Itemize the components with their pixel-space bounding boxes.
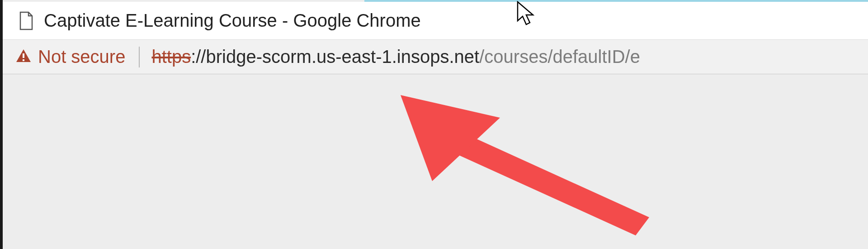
address-bar[interactable]: Not secure https://bridge-scorm.us-east-… bbox=[3, 40, 868, 74]
svg-rect-0 bbox=[23, 53, 24, 58]
warning-triangle-icon bbox=[15, 48, 32, 66]
address-divider bbox=[139, 47, 140, 67]
url-separator: :// bbox=[191, 47, 206, 67]
url-display[interactable]: https://bridge-scorm.us-east-1.insops.ne… bbox=[151, 47, 868, 67]
url-path: /courses/defaultID/e bbox=[479, 47, 640, 67]
svg-rect-1 bbox=[23, 59, 24, 61]
url-scheme: https bbox=[151, 47, 191, 67]
url-host: bridge-scorm.us-east-1.insops.net bbox=[206, 47, 479, 67]
security-label: Not secure bbox=[38, 47, 125, 67]
security-indicator[interactable]: Not secure bbox=[15, 47, 125, 67]
page-content bbox=[3, 74, 868, 249]
browser-window: Captivate E-Learning Course - Google Chr… bbox=[0, 0, 868, 249]
page-icon bbox=[19, 11, 34, 30]
window-title: Captivate E-Learning Course - Google Chr… bbox=[44, 10, 421, 31]
title-bar[interactable]: Captivate E-Learning Course - Google Chr… bbox=[3, 2, 868, 40]
